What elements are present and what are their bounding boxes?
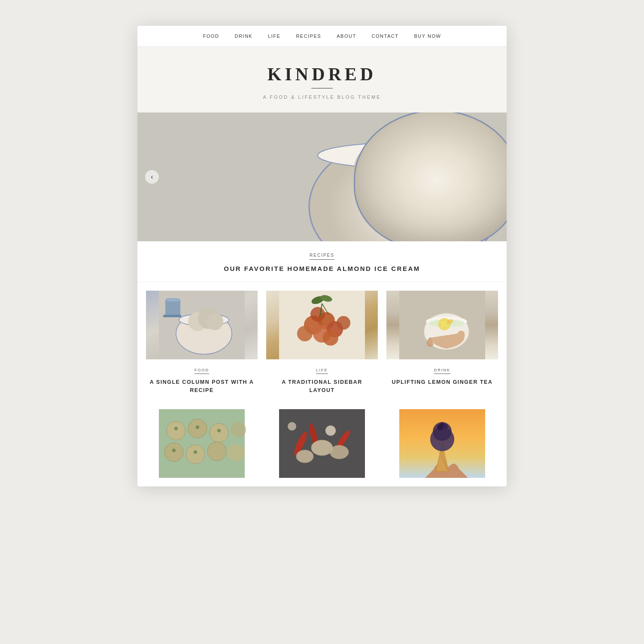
svg-point-83 bbox=[440, 422, 444, 427]
svg-rect-21 bbox=[163, 315, 181, 317]
nav-life[interactable]: LIFE bbox=[268, 33, 280, 39]
bottom-card-1[interactable] bbox=[146, 409, 258, 478]
post-card-body-3: DRINK UPLIFTING LEMON GINGER TEA bbox=[386, 359, 498, 392]
svg-rect-20 bbox=[167, 298, 179, 301]
post-card-3[interactable]: DRINK UPLIFTING LEMON GINGER TEA bbox=[386, 291, 498, 401]
bottom-card-2[interactable] bbox=[266, 409, 378, 478]
bottom-image-1 bbox=[146, 409, 258, 478]
hero-section: KINDRED A FOOD & LIFESTYLE BLOG THEME bbox=[137, 47, 507, 282]
slider-prev-button[interactable]: ‹ bbox=[145, 170, 159, 184]
nav-food[interactable]: FOOD bbox=[203, 33, 219, 39]
svg-point-12 bbox=[393, 153, 397, 158]
browser-window: FOOD DRINK LIFE RECIPES ABOUT CONTACT BU… bbox=[137, 26, 507, 486]
posts-grid: FOOD A SINGLE COLUMN POST WITH A RECIPE bbox=[137, 282, 507, 409]
blog-title: KINDRED bbox=[137, 64, 507, 85]
svg-point-33 bbox=[297, 326, 313, 341]
featured-category: RECIPES bbox=[310, 253, 334, 260]
svg-point-58 bbox=[207, 442, 226, 461]
post-category-1: FOOD bbox=[194, 368, 209, 374]
post-category-2: LIFE bbox=[316, 368, 328, 374]
svg-point-11 bbox=[461, 131, 479, 149]
svg-line-10 bbox=[451, 138, 472, 181]
svg-point-34 bbox=[310, 307, 325, 322]
bottom-image-3 bbox=[386, 409, 498, 478]
svg-point-72 bbox=[296, 450, 313, 463]
hero-slider: ‹ › bbox=[137, 112, 507, 241]
navigation: FOOD DRINK LIFE RECIPES ABOUT CONTACT BU… bbox=[137, 26, 507, 47]
featured-title: OUR FAVORITE HOMEMADE ALMOND ICE CREAM bbox=[147, 265, 497, 272]
svg-point-36 bbox=[337, 316, 350, 330]
svg-point-7 bbox=[416, 147, 459, 190]
nav-contact[interactable]: CONTACT bbox=[372, 33, 399, 39]
post-title-1: A SINGLE COLUMN POST WITH A RECIPE bbox=[149, 378, 254, 395]
svg-point-16 bbox=[436, 155, 440, 160]
bottom-image-2 bbox=[266, 409, 378, 478]
post-image-1 bbox=[146, 291, 258, 359]
post-card-body-1: FOOD A SINGLE COLUMN POST WITH A RECIPE bbox=[146, 359, 258, 401]
slider-next-button[interactable]: › bbox=[485, 170, 499, 184]
svg-point-55 bbox=[231, 422, 246, 437]
post-title-2: A TRADITIONAL SIDEBAR LAYOUT bbox=[270, 378, 374, 395]
title-divider bbox=[311, 88, 333, 88]
blog-subtitle: A FOOD & LIFESTYLE BLOG THEME bbox=[137, 94, 507, 100]
svg-point-8 bbox=[367, 134, 406, 173]
svg-point-73 bbox=[325, 425, 336, 436]
svg-point-71 bbox=[330, 445, 349, 459]
nav-buy-now[interactable]: BUY NOW bbox=[414, 33, 441, 39]
svg-point-13 bbox=[406, 149, 410, 152]
post-card-1[interactable]: FOOD A SINGLE COLUMN POST WITH A RECIPE bbox=[146, 291, 258, 401]
svg-point-63 bbox=[172, 449, 176, 452]
svg-point-61 bbox=[196, 425, 199, 429]
svg-point-60 bbox=[174, 427, 178, 430]
svg-point-74 bbox=[288, 422, 296, 431]
svg-point-26 bbox=[206, 313, 223, 330]
svg-point-52 bbox=[167, 421, 185, 440]
svg-point-6 bbox=[383, 137, 433, 187]
hero-image: ‹ › bbox=[137, 112, 507, 241]
svg-point-14 bbox=[418, 151, 423, 156]
bottom-posts-row bbox=[137, 409, 507, 486]
nav-drink[interactable]: DRINK bbox=[234, 33, 252, 39]
chevron-right-icon: › bbox=[491, 173, 493, 181]
lychee-image bbox=[266, 291, 378, 359]
svg-point-15 bbox=[385, 158, 388, 161]
post-image-2 bbox=[266, 291, 378, 359]
bowl-image bbox=[146, 291, 258, 359]
svg-rect-19 bbox=[165, 299, 180, 316]
chevron-left-icon: ‹ bbox=[151, 173, 153, 181]
tea-image bbox=[386, 291, 498, 359]
svg-point-5 bbox=[354, 145, 401, 192]
svg-point-57 bbox=[186, 445, 205, 464]
featured-caption: RECIPES OUR FAVORITE HOMEMADE ALMOND ICE… bbox=[137, 241, 507, 282]
svg-point-64 bbox=[194, 450, 197, 454]
svg-point-59 bbox=[228, 444, 245, 462]
svg-point-9 bbox=[398, 126, 439, 167]
svg-point-62 bbox=[217, 429, 221, 432]
post-card-2[interactable]: LIFE A TRADITIONAL SIDEBAR LAYOUT bbox=[266, 291, 378, 401]
svg-point-35 bbox=[323, 330, 338, 346]
post-category-3: DRINK bbox=[434, 368, 450, 374]
post-image-3 bbox=[386, 291, 498, 359]
nav-recipes[interactable]: RECIPES bbox=[296, 33, 321, 39]
nav-about[interactable]: ABOUT bbox=[337, 33, 356, 39]
post-title-3: UPLIFTING LEMON GINGER TEA bbox=[390, 378, 495, 386]
svg-point-70 bbox=[311, 440, 333, 456]
bottom-card-3[interactable] bbox=[386, 409, 498, 478]
svg-point-4 bbox=[318, 143, 489, 168]
post-card-body-2: LIFE A TRADITIONAL SIDEBAR LAYOUT bbox=[266, 359, 378, 401]
svg-point-54 bbox=[210, 423, 228, 442]
